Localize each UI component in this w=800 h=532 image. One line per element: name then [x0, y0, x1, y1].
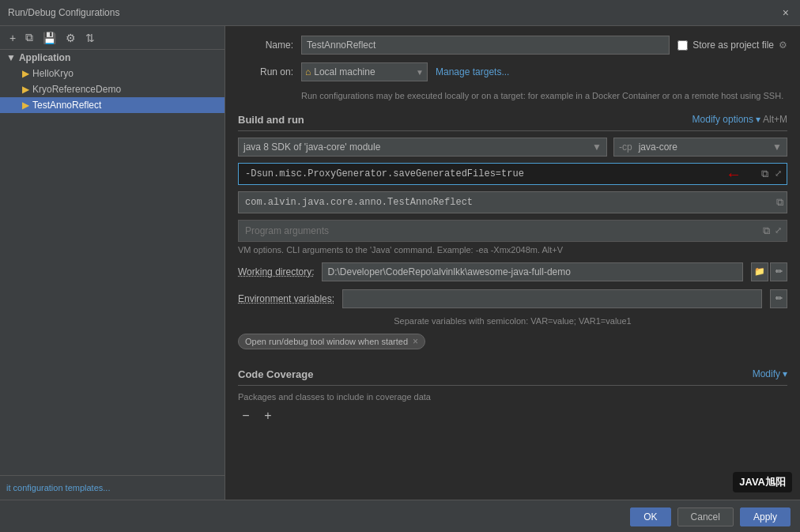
- name-input-wrapper: [301, 36, 670, 55]
- cp-select[interactable]: -cp java-core ▼: [613, 138, 787, 157]
- main-layout: + ⧉ 💾 ⚙ ⇅ ▼ Application ▶ HelloKryo ▶ Kr…: [0, 26, 800, 500]
- env-hint: Separate variables with semicolon: VAR=v…: [238, 316, 787, 326]
- settings-config-button[interactable]: ⚙: [62, 29, 79, 46]
- tag-chip-label: Open run/debug tool window when started: [245, 337, 408, 346]
- name-label: Name:: [238, 40, 293, 51]
- tree-item-label: TestAnnoReflect: [32, 100, 101, 111]
- coverage-section: Code Coverage Modify ▾ Packages and clas…: [238, 368, 787, 424]
- cp-prefix-label: -cp: [619, 141, 632, 153]
- env-hint-text: Separate variables with semicolon: VAR=v…: [394, 316, 631, 326]
- modify-options-arrow-icon: ▾: [756, 114, 760, 125]
- env-vars-edit-button[interactable]: ✏: [770, 289, 787, 308]
- sdk-select[interactable]: java 8 SDK of 'java-core' module ▼: [238, 138, 607, 157]
- vm-hint-text: VM options. CLI arguments to the 'Java' …: [238, 245, 563, 255]
- coverage-minus-button[interactable]: −: [238, 408, 254, 424]
- red-arrow-indicator: →: [726, 164, 742, 183]
- sdk-value-label: java 8 SDK of 'java-core' module: [243, 141, 380, 153]
- name-row: Name: Store as project file ⚙: [238, 36, 787, 55]
- modify-options-button[interactable]: Modify options ▾ Alt+M: [692, 114, 787, 125]
- bottom-bar: OK Cancel Apply: [0, 500, 800, 532]
- home-icon: ⌂: [305, 66, 311, 77]
- apply-button[interactable]: Apply: [740, 507, 791, 526]
- left-panel: + ⧉ 💾 ⚙ ⇅ ▼ Application ▶ HelloKryo ▶ Kr…: [0, 26, 225, 500]
- args-expand-button[interactable]: ⤢: [772, 224, 784, 238]
- coverage-modify-arrow: ▾: [783, 368, 787, 379]
- coverage-hint: Packages and classes to include in cover…: [238, 392, 787, 402]
- vm-options-hint: VM options. CLI arguments to the 'Java' …: [238, 245, 787, 255]
- category-label: Application: [19, 52, 70, 63]
- build-run-section-header: Build and run Modify options ▾ Alt+M: [238, 114, 787, 131]
- tree-item-testannoreflect[interactable]: ▶ TestAnnoReflect: [0, 97, 225, 113]
- tree-item-label: KryoReferenceDemo: [32, 84, 121, 95]
- tree-category-application[interactable]: ▼ Application: [0, 50, 225, 66]
- title-bar: Run/Debug Configurations ×: [0, 0, 800, 26]
- working-dir-input[interactable]: [322, 262, 743, 281]
- tree-item-kryoreferencedemo[interactable]: ▶ KryoReferenceDemo: [0, 81, 225, 97]
- coverage-header: Code Coverage Modify ▾: [238, 368, 787, 386]
- add-config-button[interactable]: +: [6, 29, 19, 46]
- config-tree: ▼ Application ▶ HelloKryo ▶ KryoReferenc…: [0, 50, 225, 113]
- manage-targets-link[interactable]: Manage targets...: [436, 66, 509, 77]
- left-toolbar: + ⧉ 💾 ⚙ ⇅: [0, 26, 225, 50]
- copy-config-button[interactable]: ⧉: [22, 29, 36, 46]
- working-dir-actions: 📁 ✏: [751, 262, 787, 281]
- run-info-content: Run configurations may be executed local…: [301, 91, 783, 100]
- program-args-row: ⧉ ⤢: [238, 220, 787, 242]
- working-dir-label: Working directory:: [238, 266, 314, 277]
- ok-button[interactable]: OK: [630, 507, 670, 526]
- run-info-text: Run configurations may be executed local…: [301, 89, 787, 103]
- category-arrow-icon: ▼: [6, 52, 16, 63]
- store-project-checkbox[interactable]: [677, 40, 688, 51]
- run-on-dropdown-arrow: ▼: [416, 68, 424, 77]
- sdk-cp-row: java 8 SDK of 'java-core' module ▼ -cp j…: [238, 138, 787, 157]
- app-icon-kryo: ▶: [22, 84, 29, 95]
- run-on-row: Run on: ⌂ Local machine ▼ Manage targets…: [238, 62, 787, 81]
- run-on-select[interactable]: ⌂ Local machine ▼: [301, 62, 428, 81]
- cp-dropdown-arrow: ▼: [772, 141, 782, 153]
- env-vars-label: Environment variables:: [238, 293, 334, 304]
- app-icon-hellokryo: ▶: [22, 68, 29, 79]
- coverage-plus-button[interactable]: +: [260, 408, 276, 424]
- coverage-controls: − +: [238, 408, 787, 424]
- right-panel: Name: Store as project file ⚙ Run on: ⌂ …: [225, 26, 800, 500]
- run-on-value: Local machine: [314, 66, 413, 77]
- config-templates-link[interactable]: it configuration templates...: [6, 483, 110, 492]
- vm-options-row: → ⧉ ⤢: [238, 163, 787, 185]
- coverage-modify-button[interactable]: Modify ▾: [753, 368, 787, 379]
- modify-options-label: Modify options: [692, 114, 753, 125]
- name-input[interactable]: [301, 36, 670, 55]
- close-button[interactable]: ×: [779, 5, 792, 21]
- sort-config-button[interactable]: ⇅: [82, 29, 98, 46]
- env-vars-actions: ✏: [770, 289, 787, 308]
- working-dir-row: Working directory: 📁 ✏: [238, 262, 787, 281]
- tree-item-hellokryo[interactable]: ▶ HelloKryo: [0, 66, 225, 81]
- args-copy-button[interactable]: ⧉: [762, 224, 771, 238]
- main-class-input[interactable]: [238, 191, 787, 213]
- coverage-hint-text: Packages and classes to include in cover…: [238, 392, 431, 402]
- working-dir-browse-button[interactable]: 📁: [751, 262, 768, 281]
- main-class-copy-button[interactable]: ⧉: [775, 195, 784, 209]
- tree-item-label: HelloKryo: [32, 68, 74, 79]
- cp-value-label: java-core: [639, 141, 677, 153]
- working-dir-edit-button[interactable]: ✏: [770, 262, 787, 281]
- vm-options-actions: → ⧉ ⤢: [760, 167, 784, 181]
- coverage-title: Code Coverage: [238, 368, 313, 380]
- run-on-label: Run on:: [238, 66, 293, 77]
- title-text: Run/Debug Configurations: [8, 7, 119, 18]
- settings-gear-icon: ⚙: [779, 40, 787, 51]
- cancel-button[interactable]: Cancel: [677, 507, 734, 526]
- modify-options-shortcut: Alt+M: [763, 114, 787, 125]
- vm-options-input[interactable]: [238, 163, 787, 185]
- left-panel-footer: it configuration templates...: [0, 475, 225, 500]
- vm-expand-button[interactable]: ⤢: [772, 167, 784, 181]
- save-config-button[interactable]: 💾: [40, 29, 59, 46]
- vm-copy-button[interactable]: ⧉: [760, 167, 769, 181]
- main-class-row: ⧉: [238, 191, 787, 213]
- env-vars-input[interactable]: [342, 289, 762, 308]
- tag-close-button[interactable]: ×: [413, 336, 418, 347]
- build-run-title: Build and run: [238, 114, 304, 126]
- store-project-label: Store as project file: [692, 40, 774, 51]
- coverage-modify-label: Modify: [753, 368, 780, 379]
- program-args-input[interactable]: [238, 220, 787, 242]
- store-project-file-container: Store as project file ⚙: [677, 40, 787, 51]
